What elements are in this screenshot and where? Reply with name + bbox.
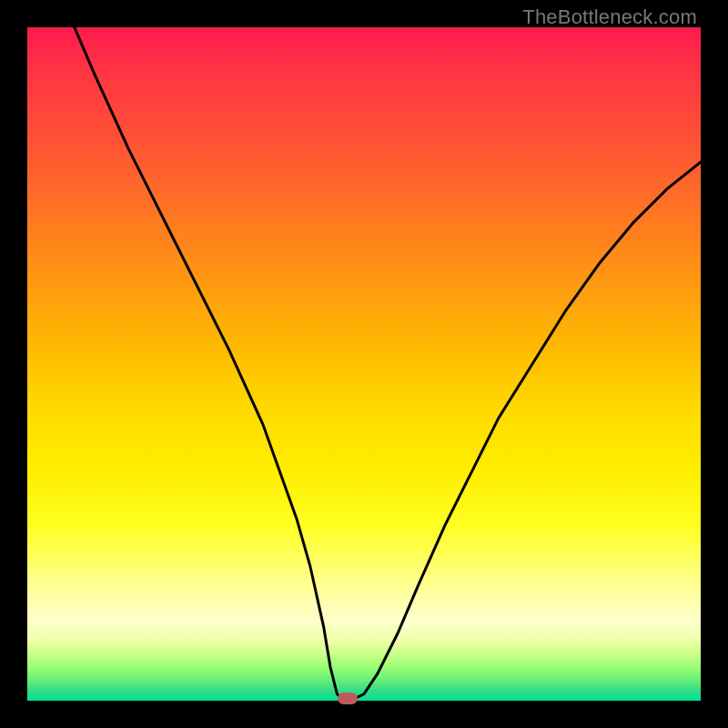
curve-svg bbox=[27, 27, 701, 701]
chart-frame: TheBottleneck.com bbox=[0, 0, 728, 728]
plot-area bbox=[27, 27, 701, 701]
bottleneck-curve bbox=[75, 27, 701, 701]
watermark-text: TheBottleneck.com bbox=[522, 5, 697, 29]
minimum-marker bbox=[338, 693, 358, 704]
